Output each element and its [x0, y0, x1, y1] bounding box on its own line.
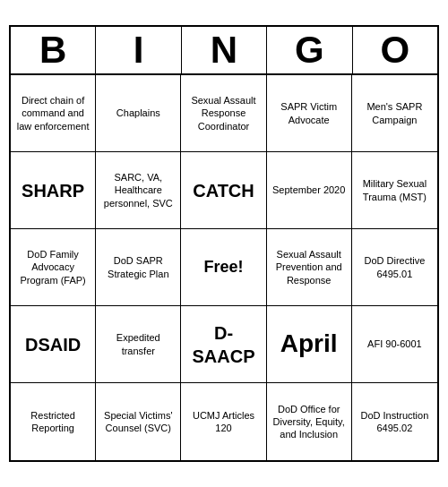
header-letter-n: N — [182, 27, 267, 73]
bingo-cell-5: SHARP — [11, 152, 96, 229]
bingo-cell-0: Direct chain of command and law enforcem… — [11, 75, 96, 152]
bingo-cell-18: April — [267, 306, 352, 383]
bingo-cell-20: Restricted Reporting — [11, 383, 96, 460]
bingo-cell-17: D-SAACP — [181, 306, 266, 383]
bingo-cell-19: AFI 90-6001 — [352, 306, 437, 383]
bingo-cell-12: Free! — [181, 229, 266, 306]
bingo-cell-22: UCMJ Articles 120 — [181, 383, 266, 460]
bingo-cell-13: Sexual Assault Prevention and Response — [267, 229, 352, 306]
bingo-cell-8: September 2020 — [267, 152, 352, 229]
bingo-cell-2: Sexual Assault Response Coordinator — [181, 75, 266, 152]
bingo-cell-4: Men's SAPR Campaign — [352, 75, 437, 152]
bingo-grid: Direct chain of command and law enforcem… — [11, 75, 437, 460]
bingo-cell-9: Military Sexual Trauma (MST) — [352, 152, 437, 229]
bingo-cell-16: Expedited transfer — [96, 306, 181, 383]
bingo-cell-7: CATCH — [181, 152, 266, 229]
bingo-cell-3: SAPR Victim Advocate — [267, 75, 352, 152]
bingo-cell-14: DoD Directive 6495.01 — [352, 229, 437, 306]
bingo-cell-21: Special Victims' Counsel (SVC) — [96, 383, 181, 460]
header-letter-b: B — [11, 27, 96, 73]
bingo-cell-11: DoD SAPR Strategic Plan — [96, 229, 181, 306]
bingo-card: BINGO Direct chain of command and law en… — [9, 25, 439, 462]
bingo-cell-10: DoD Family Advocacy Program (FAP) — [11, 229, 96, 306]
bingo-cell-1: Chaplains — [96, 75, 181, 152]
header-letter-o: O — [353, 27, 437, 73]
bingo-cell-24: DoD Instruction 6495.02 — [352, 383, 437, 460]
bingo-cell-23: DoD Office for Diversity, Equity, and In… — [267, 383, 352, 460]
header-letter-i: I — [96, 27, 181, 73]
header-letter-g: G — [267, 27, 352, 73]
bingo-header: BINGO — [11, 27, 437, 75]
bingo-cell-15: DSAID — [11, 306, 96, 383]
bingo-cell-6: SARC, VA, Healthcare personnel, SVC — [96, 152, 181, 229]
